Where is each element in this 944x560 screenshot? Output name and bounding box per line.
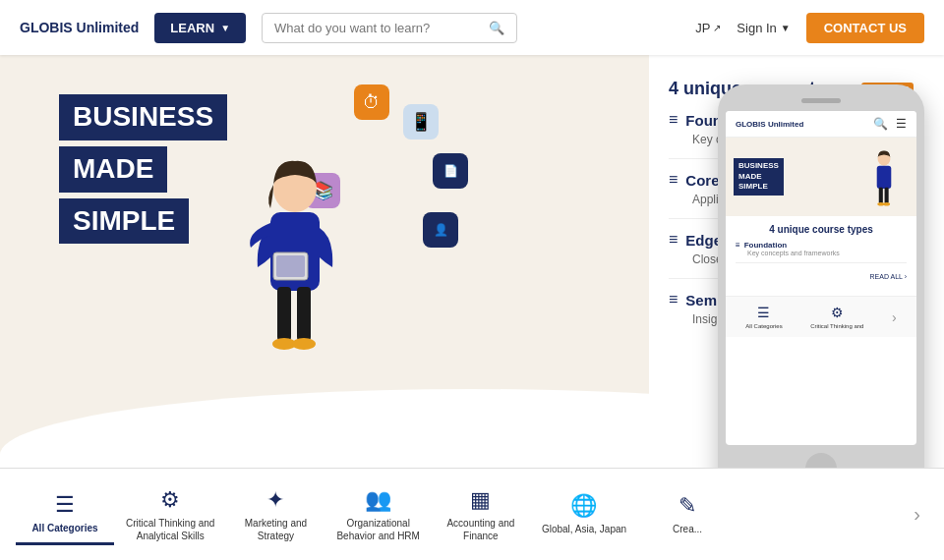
foundation-icon: ≡ xyxy=(669,111,678,129)
float-icon-4: 👤 xyxy=(423,212,458,248)
nav-item-marketing[interactable]: ✦ Marketing andStrategy xyxy=(226,479,324,550)
nav-item-global[interactable]: 🌐 Global, Asia, Japan xyxy=(530,485,638,543)
phone-read-all[interactable]: READ ALL › xyxy=(736,269,907,284)
phone-course-section: 4 unique course types ≡ Foundation Key c… xyxy=(726,216,916,292)
logo: GLOBIS Unlimited xyxy=(20,20,139,35)
float-icon-1: ⏱ xyxy=(354,84,389,120)
phone-critical-icon: ⚙ xyxy=(831,305,844,320)
phone-cat-all[interactable]: ☰ All Categories xyxy=(745,305,782,329)
all-categories-icon: ☰ xyxy=(55,492,75,518)
nav-item-creative[interactable]: ✎ Crea... xyxy=(638,485,737,543)
organizational-icon: 👥 xyxy=(365,487,391,513)
svg-rect-3 xyxy=(276,255,305,277)
accounting-icon: ▦ xyxy=(470,487,491,513)
phone-home-button[interactable] xyxy=(805,453,837,468)
seminars-icon: ≡ xyxy=(669,291,678,308)
phone-cat-critical[interactable]: ⚙ Critical Thinking and xyxy=(810,305,863,329)
marketing-icon: ✦ xyxy=(266,487,284,513)
jp-link[interactable]: JP ↗ xyxy=(695,21,721,35)
sign-in-button[interactable]: Sign In ▼ xyxy=(737,21,790,35)
phone-screen: GLOBIS Unlimited 🔍 ☰ BUSINESSMADESIMPLE xyxy=(726,111,916,445)
contact-button[interactable]: CONTACT US xyxy=(806,13,924,43)
phone-outer: GLOBIS Unlimited 🔍 ☰ BUSINESSMADESIMPLE xyxy=(718,84,924,468)
phone-character xyxy=(859,147,909,216)
phone-all-categories-icon: ☰ xyxy=(757,305,770,320)
phone-mockup: GLOBIS Unlimited 🔍 ☰ BUSINESSMADESIMPLE xyxy=(718,84,924,468)
header-right: JP ↗ Sign In ▼ CONTACT US xyxy=(695,13,924,43)
hero-section: BUSINESS MADE SIMPLE ⏱ 📱 📄 👤 📚 xyxy=(0,55,944,468)
float-icon-2: 📱 xyxy=(403,104,439,140)
chevron-down-icon: ▼ xyxy=(781,23,791,33)
phone-icons: 🔍 ☰ xyxy=(873,117,907,131)
character-svg xyxy=(216,149,374,385)
chevron-down-icon: ▼ xyxy=(220,23,230,33)
phone-speaker xyxy=(801,98,841,103)
phone-foundation-icon: ≡ xyxy=(736,241,740,250)
core-icon: ≡ xyxy=(669,171,678,189)
svg-point-7 xyxy=(292,338,316,350)
search-bar[interactable]: 🔍 xyxy=(262,13,517,43)
svg-rect-5 xyxy=(297,287,311,341)
nav-item-accounting[interactable]: ▦ Accounting andFinance xyxy=(432,479,530,550)
character-illustration xyxy=(216,149,374,389)
search-input[interactable] xyxy=(274,21,481,35)
phone-categories: ☰ All Categories ⚙ Critical Thinking and… xyxy=(726,296,916,337)
creative-icon: ✎ xyxy=(678,493,696,519)
critical-thinking-icon: ⚙ xyxy=(160,487,180,513)
phone-categories-arrow[interactable]: › xyxy=(892,309,897,325)
phone-screen-header: GLOBIS Unlimited 🔍 ☰ xyxy=(726,111,916,138)
nav-item-critical-thinking[interactable]: ⚙ Critical Thinking andAnalytical Skills xyxy=(114,479,226,550)
phone-search-icon: 🔍 xyxy=(873,117,888,131)
svg-rect-4 xyxy=(277,287,291,341)
edge-icon: ≡ xyxy=(669,231,678,249)
bottom-navigation: ☰ All Categories ⚙ Critical Thinking and… xyxy=(0,468,944,560)
learn-button[interactable]: LEARN ▼ xyxy=(154,13,246,43)
phone-hero-area: BUSINESSMADESIMPLE xyxy=(726,138,916,216)
global-icon: 🌐 xyxy=(570,493,597,519)
phone-menu-icon: ☰ xyxy=(896,117,907,131)
svg-point-13 xyxy=(883,202,890,206)
search-icon: 🔍 xyxy=(489,21,504,35)
svg-rect-11 xyxy=(885,188,889,203)
nav-arrow[interactable]: › xyxy=(906,495,928,533)
svg-rect-9 xyxy=(877,166,892,189)
phone-foundation-item: ≡ Foundation Key concepts and frameworks xyxy=(736,241,907,263)
nav-item-organizational[interactable]: 👥 OrganizationalBehavior and HRM xyxy=(324,479,431,550)
header: GLOBIS Unlimited LEARN ▼ 🔍 JP ↗ Sign In … xyxy=(0,0,944,55)
external-link-icon: ↗ xyxy=(713,23,721,33)
float-icon-3: 📄 xyxy=(433,153,468,189)
nav-item-all-categories[interactable]: ☰ All Categories xyxy=(16,484,114,545)
svg-rect-10 xyxy=(879,188,883,203)
